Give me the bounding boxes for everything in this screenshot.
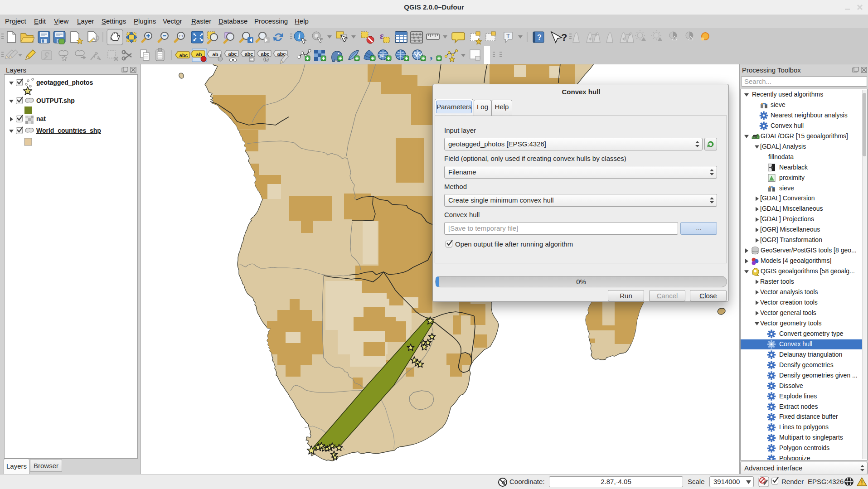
svg-text:abc: abc	[261, 51, 270, 57]
svg-text:?: ?	[537, 34, 542, 41]
svg-text:↻: ↻	[264, 58, 268, 62]
svg-text:W: W	[380, 53, 384, 58]
svg-text:,: ,	[430, 48, 433, 62]
svg-text:i: i	[298, 33, 301, 40]
svg-text:GDAL: GDAL	[752, 136, 758, 138]
svg-text:!: !	[861, 479, 863, 486]
svg-text:abc: abc	[228, 51, 237, 57]
svg-text:1:1: 1:1	[178, 34, 184, 38]
svg-text:abc: abc	[179, 53, 188, 58]
svg-text:ab: ab	[196, 52, 202, 57]
svg-text:T: T	[506, 33, 510, 39]
svg-text:?: ?	[561, 32, 567, 43]
svg-text:abc: abc	[245, 51, 253, 57]
svg-text:ab: ab	[213, 52, 218, 57]
